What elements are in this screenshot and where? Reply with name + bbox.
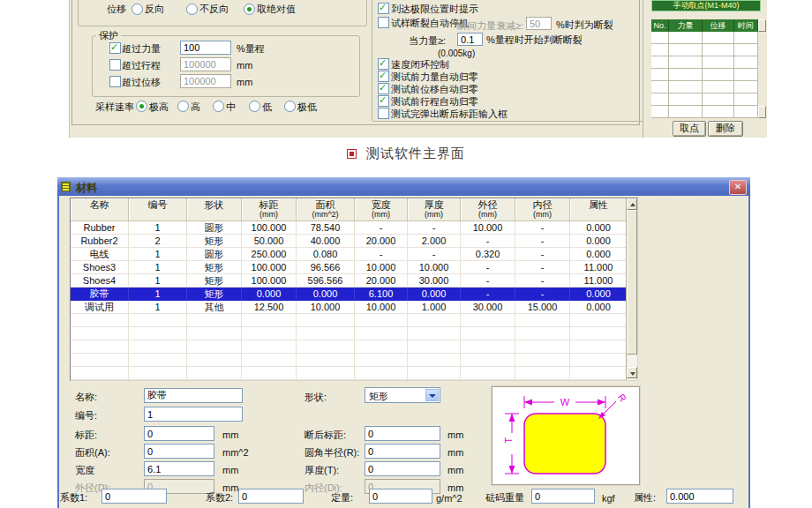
- column-header[interactable]: 内径(mm): [515, 198, 570, 221]
- chevron-down-icon[interactable]: [425, 389, 439, 401]
- close-icon[interactable]: ✕: [729, 180, 747, 195]
- table-row[interactable]: 调试用1其他12.50010.00010.0001.00030.00015.00…: [71, 301, 637, 314]
- shape-select[interactable]: 矩形: [365, 387, 440, 403]
- dialog-left-border: [57, 177, 59, 508]
- sampling-radio-low[interactable]: [249, 101, 260, 112]
- column-header[interactable]: 属性: [570, 198, 628, 221]
- manual-points-cell[interactable]: [669, 93, 703, 106]
- scroll-up-icon[interactable]: [627, 198, 637, 210]
- manual-points-cell[interactable]: [651, 44, 669, 56]
- gauge-after-input[interactable]: [365, 426, 440, 441]
- manual-points-cell[interactable]: [651, 81, 669, 93]
- manual-points-cell[interactable]: [734, 93, 758, 106]
- manual-points-cell[interactable]: [734, 56, 758, 69]
- over-displacement-checkbox[interactable]: [109, 76, 121, 87]
- manual-points-cell[interactable]: [669, 81, 703, 93]
- manual-points-cell[interactable]: [669, 106, 703, 118]
- table-row[interactable]: 胶带1矩形0.0000.0006.1000.000--0.000: [71, 288, 637, 301]
- thickness-input[interactable]: [365, 461, 440, 476]
- table-row[interactable]: Rubber22矩形50.00040.00020.0002.000--0.000: [71, 235, 637, 248]
- table-row[interactable]: [71, 354, 637, 367]
- corner-r-input[interactable]: [365, 444, 440, 459]
- manual-points-cell[interactable]: [651, 69, 669, 81]
- table-row[interactable]: [71, 314, 637, 327]
- manual-points-cell[interactable]: [669, 44, 703, 56]
- manual-points-cell[interactable]: [734, 81, 758, 93]
- column-header[interactable]: 宽度(mm): [355, 198, 408, 221]
- column-header[interactable]: 标距(mm): [242, 198, 297, 221]
- table-row[interactable]: Rubber1圆形100.00078.540--10.000-0.000: [71, 221, 637, 235]
- sampling-radio-mid[interactable]: [213, 101, 224, 112]
- manual-points-cell[interactable]: [651, 32, 669, 44]
- manual-points-cell[interactable]: [651, 93, 669, 106]
- manual-points-cell[interactable]: [669, 69, 703, 81]
- no-reverse-radio[interactable]: [186, 4, 198, 15]
- column-header[interactable]: 面积(mm^2): [297, 198, 355, 221]
- column-header[interactable]: 编号: [129, 198, 187, 221]
- manual-points-cell[interactable]: [734, 69, 758, 81]
- table-row[interactable]: [71, 327, 637, 340]
- column-header[interactable]: 厚度(mm): [408, 198, 461, 221]
- limit-prompt-checkbox[interactable]: [378, 3, 389, 14]
- break-stop-checkbox[interactable]: [378, 17, 389, 28]
- manual-points-cell[interactable]: [669, 32, 703, 44]
- break-cond-input[interactable]: [526, 17, 552, 30]
- dialog-titlebar[interactable]: 材料 ✕: [57, 177, 750, 196]
- table-row[interactable]: 电线1圆形250.0000.080--0.320-0.000: [71, 248, 637, 261]
- absolute-radio[interactable]: [244, 4, 255, 15]
- scrollbar-thumb[interactable]: [627, 210, 637, 355]
- gauge-input[interactable]: [144, 426, 214, 441]
- table-cell: 100.000: [242, 221, 297, 235]
- manual-points-cell[interactable]: [703, 93, 734, 106]
- zero-displacement-checkbox[interactable]: [378, 83, 389, 94]
- gauge-popup-checkbox[interactable]: [378, 108, 389, 119]
- column-header[interactable]: 名称: [71, 198, 129, 221]
- manual-points-cell[interactable]: [703, 69, 734, 81]
- speed-loop-checkbox[interactable]: [378, 58, 389, 70]
- delete-point-button[interactable]: 删除: [708, 121, 743, 137]
- force-gate-input[interactable]: [457, 33, 483, 46]
- manual-points-cell[interactable]: [703, 106, 734, 118]
- reverse-radio[interactable]: [132, 4, 143, 15]
- sampling-radio-lowest[interactable]: [284, 101, 296, 112]
- table-scrollbar[interactable]: [626, 198, 637, 380]
- over-displacement-input[interactable]: [180, 74, 231, 88]
- manual-points-cell[interactable]: [703, 81, 734, 93]
- manual-points-cell[interactable]: [734, 44, 758, 56]
- sampling-radio-high[interactable]: [177, 101, 189, 112]
- column-header[interactable]: 形状: [187, 198, 242, 221]
- area-input[interactable]: [144, 444, 214, 459]
- scroll-up-box[interactable]: [758, 19, 766, 32]
- table-row[interactable]: [71, 367, 637, 380]
- pick-point-button[interactable]: 取点: [673, 121, 706, 137]
- table-row[interactable]: Shoes41矩形100.000596.56620.00030.000--11.…: [71, 274, 637, 288]
- grammage-input[interactable]: [369, 489, 432, 504]
- manual-points-cell[interactable]: [703, 44, 734, 56]
- scroll-down-icon[interactable]: [627, 367, 637, 378]
- table-row[interactable]: [71, 340, 637, 354]
- sampling-radio-highest[interactable]: [136, 101, 147, 112]
- column-header[interactable]: 外径(mm): [461, 198, 515, 221]
- manual-points-cell[interactable]: [651, 56, 669, 69]
- manual-points-cell[interactable]: [651, 106, 669, 118]
- over-force-checkbox[interactable]: [109, 42, 121, 54]
- coef1-input[interactable]: [102, 489, 167, 504]
- coef2-input[interactable]: [238, 489, 304, 504]
- table-row[interactable]: Shoes31矩形100.00096.56610.00010.000--11.0…: [71, 261, 637, 274]
- scroll-down-box[interactable]: [758, 106, 766, 118]
- width-input[interactable]: [144, 461, 214, 476]
- zero-stroke-checkbox[interactable]: [378, 95, 389, 107]
- name-input[interactable]: [144, 388, 243, 403]
- over-stroke-checkbox[interactable]: [109, 59, 121, 71]
- manual-points-cell[interactable]: [734, 106, 758, 118]
- weight-input[interactable]: [531, 489, 595, 504]
- manual-points-cell[interactable]: [734, 32, 758, 44]
- attr-input[interactable]: [666, 489, 733, 504]
- zero-force-checkbox[interactable]: [378, 71, 389, 82]
- number-input[interactable]: [144, 407, 243, 422]
- manual-points-cell[interactable]: [703, 56, 734, 69]
- over-stroke-input[interactable]: [180, 57, 231, 71]
- over-force-input[interactable]: [180, 41, 231, 55]
- manual-points-cell[interactable]: [703, 32, 734, 44]
- manual-points-cell[interactable]: [669, 56, 703, 69]
